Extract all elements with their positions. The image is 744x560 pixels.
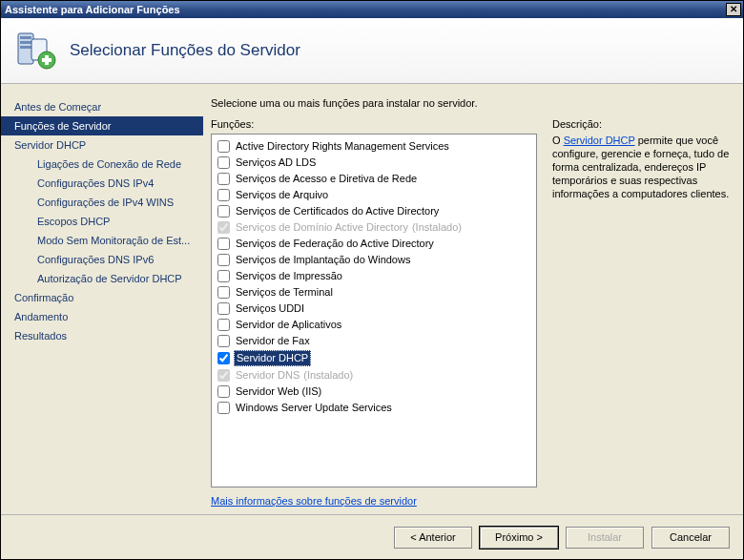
sidebar-step[interactable]: Configurações de IPv4 WINS xyxy=(1,193,203,212)
role-label: Windows Server Update Services xyxy=(236,401,392,415)
role-label: Serviços de Federação do Active Director… xyxy=(236,237,434,251)
role-label: Serviços de Terminal xyxy=(236,285,333,300)
role-label: Servidor de Aplicativos xyxy=(236,318,341,332)
role-row[interactable]: Servidor de Aplicativos xyxy=(214,317,534,333)
svg-rect-3 xyxy=(20,46,31,49)
role-row[interactable]: Serviços de Impressão xyxy=(214,268,534,284)
role-checkbox[interactable] xyxy=(217,156,230,169)
role-label: Serviços UDDI xyxy=(236,301,304,316)
sidebar-step[interactable]: Servidor DHCP xyxy=(1,135,203,155)
role-row[interactable]: Serviços de Acesso e Diretiva de Rede xyxy=(214,171,534,187)
role-checkbox[interactable] xyxy=(217,238,230,250)
role-row[interactable]: Serviços UDDI xyxy=(214,301,534,317)
role-row[interactable]: Serviços AD LDS xyxy=(214,155,534,171)
role-checkbox[interactable] xyxy=(217,286,230,299)
role-checkbox[interactable] xyxy=(217,270,230,282)
next-button[interactable]: Próximo > xyxy=(480,527,558,549)
sidebar-step[interactable]: Andamento xyxy=(1,307,203,326)
role-label: Servidor DNS xyxy=(236,368,300,383)
svg-rect-2 xyxy=(20,41,31,44)
role-checkbox[interactable] xyxy=(217,319,230,331)
roles-listbox[interactable]: Active Directory Rights Management Servi… xyxy=(211,134,537,487)
sidebar-step[interactable]: Autorização de Servidor DHCP xyxy=(1,269,203,288)
role-row[interactable]: Servidor DHCP xyxy=(214,349,534,367)
sidebar-step[interactable]: Ligações de Conexão de Rede xyxy=(1,155,203,174)
sidebar-step[interactable]: Modo Sem Monitoração de Est... xyxy=(1,231,203,250)
roles-label: Funções: xyxy=(211,118,537,130)
description-label: Descrição: xyxy=(552,118,734,130)
role-row[interactable]: Serviços de Arquivo xyxy=(214,187,534,203)
instruction-text: Selecione uma ou mais funções para insta… xyxy=(211,97,734,109)
wizard-steps-sidebar: Antes de ComeçarFunções de ServidorServi… xyxy=(1,84,203,514)
role-checkbox[interactable] xyxy=(217,173,230,185)
role-label: Servidor Web (IIS) xyxy=(236,384,321,399)
titlebar: Assistente para Adicionar Funções ✕ xyxy=(1,1,743,18)
close-icon: ✕ xyxy=(730,5,737,14)
role-label: Serviços de Domínio Active Directory xyxy=(236,220,408,235)
role-checkbox[interactable] xyxy=(217,335,230,347)
window-title: Assistente para Adicionar Funções xyxy=(5,4,726,15)
role-row[interactable]: Windows Server Update Services xyxy=(214,400,534,416)
desc-prefix: O xyxy=(552,135,564,146)
role-row[interactable]: Active Directory Rights Management Servi… xyxy=(214,138,534,155)
install-button: Instalar xyxy=(566,527,644,549)
close-button[interactable]: ✕ xyxy=(726,3,741,16)
role-checkbox[interactable] xyxy=(217,205,230,218)
back-button[interactable]: < Anterior xyxy=(394,527,472,549)
server-role-icon xyxy=(14,30,56,72)
role-row[interactable]: Servidor de Fax xyxy=(214,333,534,349)
sidebar-step[interactable]: Antes de Começar xyxy=(1,97,203,116)
role-label: Serviços de Acesso e Diretiva de Rede xyxy=(236,172,417,186)
role-row: Serviços de Domínio Active Directory (In… xyxy=(214,219,534,236)
cancel-button[interactable]: Cancelar xyxy=(651,527,730,549)
roles-column: Funções: Active Directory Rights Managem… xyxy=(211,118,537,514)
more-info-link-row: Mais informações sobre funções de servid… xyxy=(211,495,537,507)
role-label: Serviços de Implantação do Windows xyxy=(236,253,410,267)
role-label: Serviços de Certificados do Active Direc… xyxy=(236,204,439,218)
role-label: Serviços de Impressão xyxy=(236,269,342,283)
role-checkbox[interactable] xyxy=(217,352,230,364)
desc-link[interactable]: Servidor DHCP xyxy=(564,135,635,146)
wizard-body: Antes de ComeçarFunções de ServidorServi… xyxy=(1,84,743,514)
sidebar-step[interactable]: Confirmação xyxy=(1,288,203,307)
role-checkbox[interactable] xyxy=(217,140,230,153)
role-row: Servidor DNS (Instalado) xyxy=(214,367,534,384)
page-title: Selecionar Funções do Servidor xyxy=(70,41,300,60)
description-column: Descrição: O Servidor DHCP permite que v… xyxy=(552,118,734,514)
role-row[interactable]: Serviços de Certificados do Active Direc… xyxy=(214,203,534,219)
role-checkbox[interactable] xyxy=(217,302,230,315)
more-info-link[interactable]: Mais informações sobre funções de servid… xyxy=(211,495,417,507)
role-checkbox xyxy=(217,221,230,234)
svg-rect-7 xyxy=(42,58,52,62)
sidebar-step[interactable]: Escopos DHCP xyxy=(1,212,203,231)
role-checkbox[interactable] xyxy=(217,254,230,266)
role-row[interactable]: Serviços de Implantação do Windows xyxy=(214,252,534,268)
wizard-footer: < Anterior Próximo > Instalar Cancelar xyxy=(1,514,743,559)
role-label: Servidor DHCP xyxy=(234,350,311,366)
role-label: Serviços AD LDS xyxy=(236,156,316,170)
role-checkbox[interactable] xyxy=(217,402,230,414)
sidebar-step[interactable]: Configurações DNS IPv4 xyxy=(1,174,203,193)
description-text: O Servidor DHCP permite que você configu… xyxy=(552,134,734,200)
role-row[interactable]: Serviços de Terminal xyxy=(214,284,534,301)
content-columns: Funções: Active Directory Rights Managem… xyxy=(211,118,734,514)
role-label: Active Directory Rights Management Servi… xyxy=(236,139,449,154)
wizard-header: Selecionar Funções do Servidor xyxy=(1,18,743,84)
role-label: Servidor de Fax xyxy=(236,334,310,348)
sidebar-step[interactable]: Resultados xyxy=(1,326,203,345)
role-checkbox xyxy=(217,369,230,382)
sidebar-step[interactable]: Funções de Servidor xyxy=(1,116,203,135)
role-row[interactable]: Serviços de Federação do Active Director… xyxy=(214,236,534,252)
installed-suffix: (Instalado) xyxy=(412,220,462,235)
role-row[interactable]: Servidor Web (IIS) xyxy=(214,384,534,400)
role-checkbox[interactable] xyxy=(217,385,230,398)
wizard-content: Selecione uma ou mais funções para insta… xyxy=(203,84,743,514)
svg-rect-1 xyxy=(20,36,31,39)
installed-suffix: (Instalado) xyxy=(303,368,353,383)
role-checkbox[interactable] xyxy=(217,189,230,201)
wizard-window: Assistente para Adicionar Funções ✕ Sele… xyxy=(0,0,744,560)
role-label: Serviços de Arquivo xyxy=(236,188,328,202)
sidebar-step[interactable]: Configurações DNS IPv6 xyxy=(1,250,203,269)
